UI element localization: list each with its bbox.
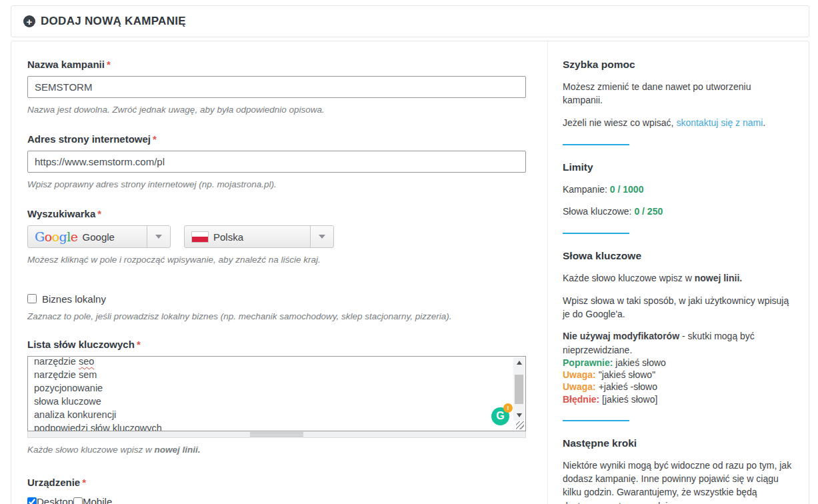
required-asterisk: * xyxy=(137,339,141,350)
grammarly-icon[interactable]: G ! xyxy=(491,407,509,425)
contact-us-link[interactable]: skontaktuj się z nami xyxy=(676,117,763,128)
website-label: Adres strony internetowej* xyxy=(27,133,526,145)
keyword-line: narzędzie seo xyxy=(34,356,508,368)
chevron-down-icon xyxy=(155,235,162,239)
search-engine-selects: Google Google Polska xyxy=(27,225,526,248)
field-campaign-name: Nazwa kampanii* Nazwa jest dowolna. Zwró… xyxy=(27,59,526,116)
keywords-limit-value: 0 / 250 xyxy=(634,206,663,217)
engine-select-arrow-button[interactable] xyxy=(147,226,170,247)
keywords-help-bold: nowej linii. xyxy=(155,445,201,455)
example-warning-1: Uwaga: "jakieś słowo" xyxy=(563,369,793,381)
keywords-help-p1: Każde słowo kluczowe wpisz w nowej linii… xyxy=(563,271,793,285)
country-selected-text: Polska xyxy=(213,231,243,243)
plus-circle-icon: + xyxy=(23,15,35,27)
campaign-form: Nazwa kampanii* Nazwa jest dowolna. Zwró… xyxy=(11,41,547,504)
search-engine-help: Możesz kliknąć w pole i rozpocząć wpisyw… xyxy=(27,254,526,266)
field-search-engine: Wyszukiwarka* Google Google xyxy=(27,208,526,266)
textarea-drag-grippie[interactable] xyxy=(27,431,526,438)
quick-help-title: Szybka pomoc xyxy=(563,59,793,71)
page-header: + DODAJ NOWĄ KAMPANIĘ xyxy=(11,5,809,37)
search-engine-label: Wyszukiwarka* xyxy=(27,208,526,219)
logo-letter: g xyxy=(59,229,67,244)
section-divider xyxy=(563,233,629,234)
google-logo-icon: Google xyxy=(35,231,78,243)
campaigns-limit-label: Kampanie: xyxy=(563,184,610,195)
device-mobile-checkbox[interactable] xyxy=(73,497,83,504)
help-sidebar: Szybka pomoc Możesz zmienić te dane nawe… xyxy=(547,41,809,504)
keywords-help-text: Każde słowo kluczowe wpisz w xyxy=(27,445,155,455)
scrollbar-track[interactable] xyxy=(513,368,525,410)
required-asterisk: * xyxy=(97,208,101,219)
required-asterisk: * xyxy=(107,59,111,70)
quick-help-p1: Możesz zmienić te dane nawet po utworzen… xyxy=(563,80,793,107)
grammarly-letter: G xyxy=(496,410,504,422)
device-desktop-checkbox[interactable] xyxy=(27,497,37,504)
scroll-down-button[interactable] xyxy=(513,410,525,421)
keyword-text: narzędzie xyxy=(34,356,79,367)
local-business-help: Zaznacz to pole, jeśli prowadzisz lokaln… xyxy=(27,311,526,323)
local-business-label[interactable]: Biznes lokalny xyxy=(42,293,106,305)
example-text: "jakieś słowo" xyxy=(596,369,655,380)
example-warning-2: Uwaga: +jakieś -słowo xyxy=(563,381,793,393)
example-correct: Poprawnie: jakieś słowo xyxy=(563,357,793,369)
keywords-label: Lista słów kluczowych* xyxy=(27,339,526,350)
engine-select[interactable]: Google Google xyxy=(27,225,171,248)
keyword-line: analiza konkurencji xyxy=(34,408,508,421)
field-website: Adres strony internetowej* Wpisz poprawn… xyxy=(27,133,526,191)
local-business-row: Biznes lokalny xyxy=(27,293,526,305)
logo-letter: G xyxy=(35,229,45,244)
keywords-limit-label: Słowa kluczowe: xyxy=(563,206,634,217)
triangle-down-icon xyxy=(517,413,522,417)
campaign-name-label: Nazwa kampanii* xyxy=(27,59,526,70)
textarea-scrollbar[interactable] xyxy=(513,357,525,421)
chevron-down-icon xyxy=(319,235,325,239)
keywords-help: Każde słowo kluczowe wpisz w nowej linii… xyxy=(27,444,526,456)
keywords-help-section: Słowa kluczowe Każde słowo kluczowe wpis… xyxy=(563,250,793,405)
device-mobile-label[interactable]: Mobile xyxy=(83,496,112,504)
field-local-business: Biznes lokalny Zaznacz to pole, jeśli pr… xyxy=(27,293,526,323)
grammarly-alert-badge: ! xyxy=(503,403,513,413)
search-engine-label-text: Wyszukiwarka xyxy=(27,208,95,219)
logo-letter: e xyxy=(71,229,78,244)
keywords-help-p1-text: Każde słowo kluczowe wpisz w xyxy=(563,273,695,283)
engine-selected-text: Google xyxy=(83,231,115,243)
device-options: Desktop Mobile xyxy=(27,496,526,504)
device-label: Urządzenie* xyxy=(27,477,526,488)
section-divider xyxy=(563,144,629,145)
example-wrong: Błędnie: [jakieś słowo] xyxy=(563,393,793,405)
website-input[interactable] xyxy=(27,151,526,173)
textarea-resize-handle[interactable] xyxy=(516,421,524,429)
country-select[interactable]: Polska xyxy=(184,225,334,248)
keywords-help-p3-bold: Nie używaj modyfikatorów xyxy=(563,331,679,341)
example-text: jakieś słowo xyxy=(613,357,665,368)
quick-help-section: Szybka pomoc Możesz zmienić te dane nawe… xyxy=(563,59,793,129)
device-label-text: Urządzenie xyxy=(27,477,80,488)
page: + DODAJ NOWĄ KAMPANIĘ Nazwa kampanii* Na… xyxy=(11,5,809,504)
example-text: [jakieś słowo] xyxy=(599,394,657,405)
campaign-name-label-text: Nazwa kampanii xyxy=(27,59,105,70)
country-select-arrow-button[interactable] xyxy=(310,226,333,247)
engine-select-value: Google Google xyxy=(28,231,147,243)
scroll-up-button[interactable] xyxy=(513,357,525,368)
keywords-textarea-wrap: narzędzie seo narzędzie sem pozycjonowan… xyxy=(27,356,526,438)
logo-letter: o xyxy=(45,229,52,244)
campaign-name-help: Nazwa jest dowolna. Zwróć jednak uwagę, … xyxy=(27,104,526,116)
next-steps-title: Następne kroki xyxy=(563,437,793,449)
keywords-help-p3: Nie używaj modyfikatorów - skutki mogą b… xyxy=(563,329,793,357)
keywords-textarea[interactable]: narzędzie seo narzędzie sem pozycjonowan… xyxy=(27,356,526,431)
campaign-name-input[interactable] xyxy=(27,76,526,98)
example-label: Uwaga: xyxy=(563,369,596,380)
website-help: Wpisz poprawny adres strony internetowej… xyxy=(27,179,526,191)
keyword-line: słowa kluczowe xyxy=(34,395,508,408)
poland-flag-icon xyxy=(191,231,209,243)
quick-help-p2: Jeżeli nie wiesz co wpisać, skontaktuj s… xyxy=(563,116,793,129)
local-business-checkbox[interactable] xyxy=(27,294,37,303)
device-desktop-label[interactable]: Desktop xyxy=(37,496,73,504)
required-asterisk: * xyxy=(153,133,157,145)
required-asterisk: * xyxy=(82,477,86,488)
triangle-up-icon xyxy=(517,361,522,365)
next-steps-section: Następne kroki Niektóre wyniki mogą być … xyxy=(563,437,793,504)
campaign-form-card: Nazwa kampanii* Nazwa jest dowolna. Zwró… xyxy=(11,41,809,504)
grippie-lines-icon xyxy=(250,432,303,437)
scrollbar-thumb[interactable] xyxy=(515,375,523,404)
